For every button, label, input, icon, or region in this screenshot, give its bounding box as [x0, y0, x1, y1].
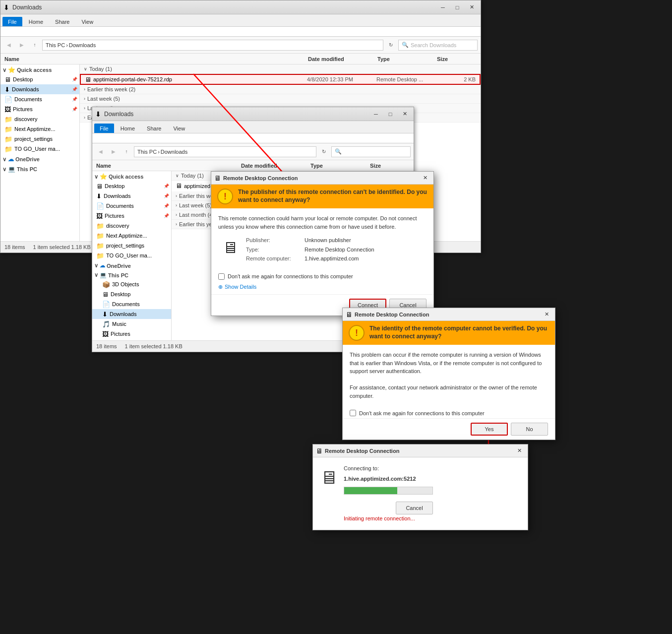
- sidebar-thispc-header-1[interactable]: ∨ 💻 This PC: [0, 164, 79, 174]
- refresh-btn-1[interactable]: ↻: [385, 40, 396, 51]
- tab-share-1[interactable]: Share: [50, 17, 75, 26]
- col-headers-1: Name Date modified Type Size: [0, 54, 481, 64]
- window-icon-1: ⬇: [2, 3, 10, 11]
- sidebar-3dobjects-2[interactable]: 📦 3D Objects: [92, 279, 171, 289]
- sidebar-downloads-1[interactable]: ⬇ Downloads 📌: [0, 84, 79, 94]
- sidebar-discovery-1[interactable]: 📁 discovery: [0, 114, 79, 124]
- pin-desktop-2: 📌: [164, 184, 169, 189]
- sidebar-documents-1[interactable]: 📄 Documents 📌: [0, 94, 79, 104]
- sidebar-onedrive-header-1[interactable]: ∨ ☁ OneDrive: [0, 154, 79, 164]
- sidebar-pictures-2[interactable]: 🖼 Pictures 📌: [92, 211, 171, 221]
- refresh-btn-2[interactable]: ↻: [318, 146, 329, 157]
- sidebar-downloads-pc-2[interactable]: ⬇ Downloads: [92, 309, 171, 319]
- rdp-dialog-2[interactable]: 🖥 Remote Desktop Connection ✕ ! The iden…: [342, 308, 555, 440]
- sidebar-projectsettings-2[interactable]: 📁 project_settings: [92, 241, 171, 251]
- sidebar-documents-pc-2[interactable]: 📄 Documents: [92, 299, 171, 309]
- show-details-row-1[interactable]: ⊕ Show Details: [211, 282, 433, 294]
- minimize-button-2[interactable]: ─: [369, 108, 383, 121]
- sidebar-music-2[interactable]: 🎵 Music: [92, 319, 171, 329]
- up-btn-1[interactable]: ↑: [29, 40, 40, 51]
- dont-ask-checkbox-2[interactable]: [350, 410, 356, 416]
- pictures-label-1: Pictures: [13, 106, 33, 112]
- group-lastweek-1[interactable]: › Last week (5): [80, 94, 481, 104]
- dialog-close-1[interactable]: ✕: [420, 173, 430, 184]
- sidebar-videos-2[interactable]: 🎬 Videos: [92, 339, 171, 340]
- music-icon-2: 🎵: [102, 320, 110, 328]
- col-name-1[interactable]: Name: [4, 56, 308, 62]
- no-button[interactable]: No: [511, 423, 548, 436]
- onedrive-icon-2: ☁: [100, 262, 105, 269]
- sidebar-togouserman-2[interactable]: 📁 TO GO_User ma...: [92, 251, 171, 260]
- sidebar-nextapptimize-1[interactable]: 📁 Next Apptimize...: [0, 124, 79, 134]
- sidebar-quickaccess-1[interactable]: ∨ ⭐ Quick access: [0, 64, 79, 74]
- nextapptimize-icon-2: 📁: [96, 232, 104, 240]
- sidebar-togouserman-1[interactable]: 📁 TO GO_User ma...: [0, 144, 79, 154]
- chevron-lastweek-1: ›: [84, 96, 85, 101]
- back-btn-2[interactable]: ◀: [95, 146, 106, 157]
- col-date-1[interactable]: Date modified: [308, 56, 377, 62]
- file-row-rdp-1[interactable]: 🖥 apptimized-portal-dev-75212.rdp 4/8/20…: [80, 74, 481, 85]
- sidebar-pictures-1[interactable]: 🖼 Pictures 📌: [0, 104, 79, 114]
- quickaccess-icon-1: ⭐: [8, 66, 15, 73]
- sidebar-quickaccess-2[interactable]: ∨ ⭐ Quick access: [92, 171, 171, 181]
- pictures-pc-icon-2: 🖼: [102, 330, 109, 338]
- status-selected-1: 1 item selected 1.18 KB: [33, 244, 91, 250]
- sidebar-desktop-2[interactable]: 🖥 Desktop 📌: [92, 181, 171, 191]
- tab-share-2[interactable]: Share: [141, 124, 167, 133]
- group-earlierthisweek-1[interactable]: › Earlier this week (2): [80, 85, 481, 94]
- info-row-type-1: Type: Remote Desktop Connection: [246, 245, 374, 254]
- group-today-1[interactable]: ∨ Today (1): [80, 64, 481, 74]
- path-thispc-2[interactable]: This PC: [137, 149, 157, 155]
- rdp-dialog-3[interactable]: 🖥 Remote Desktop Connection ✕ 🖥 Connecti…: [312, 444, 528, 530]
- dialog-close-2[interactable]: ✕: [541, 309, 552, 320]
- sidebar-desktop-1[interactable]: 🖥 Desktop 📌: [0, 74, 79, 84]
- col-type-2[interactable]: Type: [310, 163, 370, 169]
- path-downloads-1[interactable]: Downloads: [69, 42, 96, 48]
- sidebar-pictures-pc-2[interactable]: 🖼 Pictures: [92, 329, 171, 339]
- tab-home-2[interactable]: Home: [115, 124, 140, 133]
- forward-btn-2[interactable]: ▶: [108, 146, 119, 157]
- maximize-button-2[interactable]: □: [383, 108, 397, 121]
- search-box-2[interactable]: 🔍: [331, 146, 411, 157]
- address-input-1[interactable]: This PC › Downloads: [42, 40, 383, 51]
- dont-ask-checkbox-1[interactable]: [218, 273, 225, 280]
- path-downloads-2[interactable]: Downloads: [161, 149, 187, 155]
- tab-file-2[interactable]: File: [94, 124, 114, 133]
- dialog-close-3[interactable]: ✕: [514, 445, 525, 456]
- close-button-2[interactable]: ✕: [398, 108, 412, 121]
- maximize-button-1[interactable]: □: [450, 1, 464, 14]
- sidebar-projectsettings-1[interactable]: 📁 project_settings: [0, 134, 79, 144]
- col-date-2[interactable]: Date modified: [241, 163, 310, 169]
- close-button-1[interactable]: ✕: [465, 1, 479, 14]
- col-type-1[interactable]: Type: [377, 56, 437, 62]
- sidebar-onedrive-header-2[interactable]: ∨ ☁ OneDrive: [92, 260, 171, 270]
- address-input-2[interactable]: This PC › Downloads: [134, 146, 316, 157]
- back-btn-1[interactable]: ◀: [3, 40, 14, 51]
- tab-home-1[interactable]: Home: [23, 17, 49, 26]
- minimize-button-1[interactable]: ─: [436, 1, 450, 14]
- tab-file-1[interactable]: File: [2, 17, 22, 26]
- sidebar-documents-2[interactable]: 📄 Documents 📌: [92, 201, 171, 211]
- sidebar-thispc-header-2[interactable]: ∨ 💻 This PC: [92, 270, 171, 279]
- sidebar-desktop-pc-2[interactable]: 🖥 Desktop: [92, 289, 171, 299]
- col-size-1[interactable]: Size: [437, 56, 477, 62]
- pin-doc-2: 📌: [164, 203, 169, 208]
- col-name-2[interactable]: Name: [96, 163, 241, 169]
- tab-view-2[interactable]: View: [168, 124, 190, 133]
- sidebar-nextapptimize-2[interactable]: 📁 Next Apptimize...: [92, 231, 171, 241]
- togouserman-icon-2: 📁: [96, 252, 104, 259]
- rdp-dialog-1[interactable]: 🖥 Remote Desktop Connection ✕ ! The publ…: [211, 171, 434, 316]
- sidebar-discovery-2[interactable]: 📁 discovery: [92, 221, 171, 231]
- cancel-button-3[interactable]: Cancel: [396, 502, 433, 514]
- sidebar-downloads-2[interactable]: ⬇ Downloads 📌: [92, 191, 171, 201]
- yes-button[interactable]: Yes: [471, 423, 508, 436]
- col-size-2[interactable]: Size: [370, 163, 410, 169]
- up-btn-2[interactable]: ↑: [121, 146, 132, 157]
- path-thispc-1[interactable]: This PC: [46, 42, 65, 48]
- chevron-quickaccess-1: ∨: [2, 67, 6, 73]
- tab-view-1[interactable]: View: [76, 17, 99, 26]
- forward-btn-1[interactable]: ▶: [16, 40, 27, 51]
- remote-value-1: 1.hive.apptimized.com: [305, 254, 359, 263]
- search-box-1[interactable]: 🔍 Search Downloads: [398, 40, 478, 51]
- thispc-label-2: This PC: [108, 272, 128, 278]
